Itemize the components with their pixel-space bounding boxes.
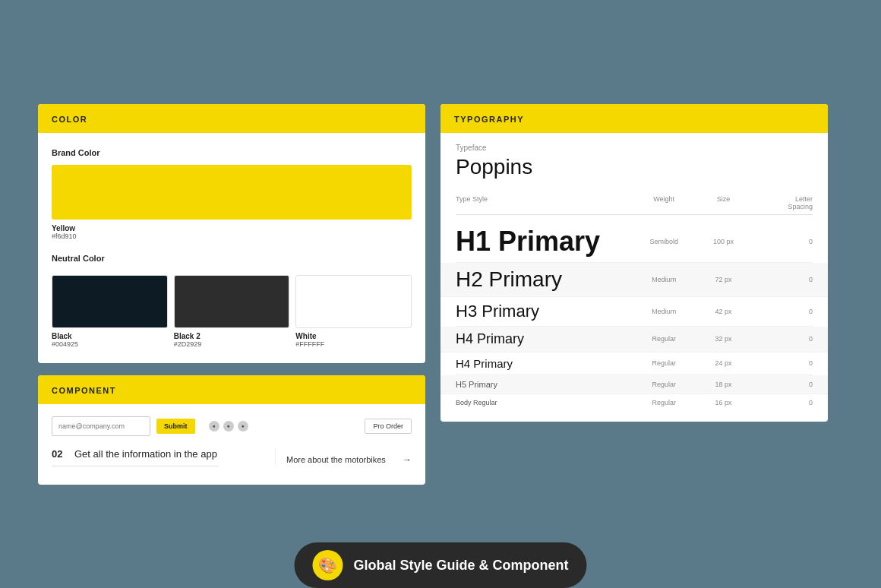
type-row-h2: H2 Primary Medium 72 px 0 [440,263,828,297]
h1-size: 100 px [693,238,753,245]
h3-label: H3 Primary [456,302,634,321]
h4-24-spacing: 0 [753,359,813,367]
submit-button[interactable]: Submit [156,419,195,434]
typography-panel-body: Typeface Poppins Type Style Weight Size … [440,133,828,422]
palette-icon: 🎨 [318,556,337,574]
body-weight: Regular [634,399,693,406]
brand-color-label: Brand Color [52,148,412,157]
black-swatch-name: Black [52,332,168,340]
form-row: Submit ● ● ● [52,416,248,436]
h1-weight: Semibold [634,238,693,245]
body-label: Body Regular [456,399,634,406]
color-panel-header: COLOR [38,104,425,133]
col-spacing: LetterSpacing [753,195,813,210]
brand-color-swatch [52,165,412,220]
black-swatch-hex: #004925 [52,340,168,348]
motorbike-link-row: More about the motorbikes → [286,454,412,465]
neutral-colors-row: Black #004925 Black 2 #2D2929 White #FFF… [52,275,412,348]
type-row-h3: H3 Primary Medium 42 px 0 [456,297,813,327]
component-left-section: 02 Get all the information in the app [52,448,219,466]
social-icons-group: ● ● ● [209,421,248,432]
h3-weight: Medium [634,308,693,315]
motorbike-link-text[interactable]: More about the motorbikes [286,455,386,464]
color-panel-body: Brand Color Yellow #f6d910 Neutral Color… [38,133,425,363]
pro-order-button[interactable]: Pro Order [365,419,412,434]
neutral-swatch-black: Black #004925 [52,275,168,348]
component-panel: COMPONENT Submit ● ● ● Pro Order [38,375,425,485]
component-panel-body: Submit ● ● ● Pro Order 02 Get all the in [38,404,425,485]
badge-text: Global Style Guide & Component [353,558,568,574]
typography-panel: TYPOGRAPHY Typeface Poppins Type Style W… [440,104,828,422]
step-text: Get all the information in the app [74,448,219,460]
body-spacing: 0 [753,399,813,406]
black2-swatch-hex: #2D2929 [174,340,290,348]
h1-label: H1 Primary [456,226,634,258]
col-size: Size [693,195,753,210]
h2-label: H2 Primary [456,267,634,292]
h4-24-label: H4 Primary [456,357,634,370]
info-row: 02 Get all the information in the app [52,448,219,460]
typeface-label: Typeface [456,144,813,152]
h2-spacing: 0 [753,276,813,283]
email-input[interactable] [52,416,150,436]
left-column: COLOR Brand Color Yellow #f6d910 Neutral… [38,104,425,485]
h2-size: 72 px [693,276,753,283]
type-row-h4-32: H4 Primary Regular 32 px 0 [440,327,828,352]
h5-spacing: 0 [753,381,813,388]
h4-24-size: 24 px [693,359,753,367]
body-size: 16 px [693,399,753,406]
col-weight: Weight [634,195,693,210]
typography-panel-title: TYPOGRAPHY [454,115,524,124]
h3-size: 42 px [693,308,753,315]
neutral-swatch-white: White #FFFFFF [295,275,412,348]
col-type-style: Type Style [456,195,634,210]
neutral-color-label: Neutral Color [52,254,412,263]
h4-32-weight: Regular [634,335,693,343]
h4-32-label: H4 Primary [456,331,634,347]
h5-size: 18 px [693,381,753,388]
component-right-section: More about the motorbikes → [275,448,412,465]
h5-weight: Regular [634,381,693,388]
bottom-badge: 🎨 Global Style Guide & Component [294,542,586,588]
h4-32-spacing: 0 [753,335,813,343]
h4-32-size: 32 px [693,335,753,343]
h1-spacing: 0 [753,238,813,245]
motorbike-arrow-icon: → [403,454,412,465]
info-divider [52,466,219,466]
badge-icon-wrapper: 🎨 [312,550,343,580]
social-icon-2[interactable]: ● [223,421,234,432]
h5-label: H5 Primary [456,380,634,389]
step-number: 02 [52,448,67,460]
type-table-header: Type Style Weight Size LetterSpacing [456,191,813,215]
right-column: TYPOGRAPHY Typeface Poppins Type Style W… [440,104,828,422]
component-panel-title: COMPONENT [52,386,116,395]
color-panel: COLOR Brand Color Yellow #f6d910 Neutral… [38,104,425,363]
white-swatch-name: White [295,332,412,340]
social-icon-3[interactable]: ● [238,421,248,432]
component-panel-header: COMPONENT [38,375,425,404]
type-row-h5: H5 Primary Regular 18 px 0 [440,375,828,394]
brand-swatch-hex: #f6d910 [52,232,412,240]
color-panel-title: COLOR [52,115,87,124]
h2-weight: Medium [634,276,693,283]
typeface-name: Poppins [456,155,813,179]
type-row-h4-24: H4 Primary Regular 24 px 0 [456,352,813,375]
main-container: COLOR Brand Color Yellow #f6d910 Neutral… [38,104,843,485]
type-row-h1: H1 Primary Semibold 100 px 0 [456,221,813,263]
white-swatch-hex: #FFFFFF [295,340,412,348]
social-icon-1[interactable]: ● [209,421,219,432]
brand-swatch-name: Yellow [52,224,412,232]
component-bottom: 02 Get all the information in the app Mo… [52,448,412,466]
type-row-body: Body Regular Regular 16 px 0 [456,394,813,411]
black2-swatch-name: Black 2 [174,332,290,340]
h3-spacing: 0 [753,308,813,315]
typography-panel-header: TYPOGRAPHY [440,104,828,133]
neutral-swatch-black2: Black 2 #2D2929 [174,275,290,348]
h4-24-weight: Regular [634,359,693,367]
